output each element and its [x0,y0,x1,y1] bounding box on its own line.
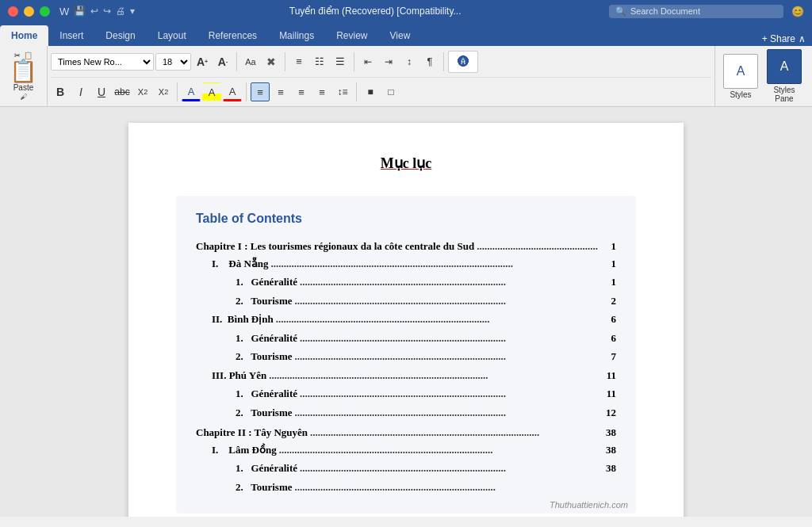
align-center-button[interactable]: ≡ [271,82,290,101]
tab-layout[interactable]: Layout [147,25,197,46]
justify-button[interactable]: ≡ [312,82,331,101]
search-bar[interactable]: 🔍 Search Document [609,5,783,18]
toc-entry-generalite2: 1. Généralité ..........................… [196,330,616,346]
toolbar-icons: W 💾 ↩ ↪ 🖨 ▾ [59,6,135,17]
text-color-button[interactable]: A [223,82,242,101]
toc-dots: ........................................… [310,425,598,441]
font-family-select[interactable]: Times New Ro... [51,53,154,71]
tab-view[interactable]: View [379,25,422,46]
separator7 [356,82,357,101]
toc-label: 2. Tourisme [236,349,293,365]
toc-entry-generalite1: 1. Généralité ..........................… [196,274,616,290]
collapse-icon[interactable]: ∧ [799,33,806,44]
align-left-button[interactable]: ≡ [251,82,270,101]
styles-panel: A Styles A Styles Pane [714,46,812,106]
tab-mailings[interactable]: Mailings [268,25,325,46]
ribbon-row2: B I U abc X2 X2 A A A ≡ ≡ ≡ ≡ ↕≡ ■ □ [51,78,711,105]
toc-label: 2. Tourisme [236,405,293,421]
watermark: Thuthuattienich.com [550,500,628,510]
search-placeholder[interactable]: Search Document [630,6,700,16]
toc-entry-binhdinh: II. Bình Định ..........................… [196,311,616,327]
tab-insert[interactable]: Insert [48,25,94,46]
toc-page: 1 [600,274,616,290]
decrease-indent-button[interactable]: ⇤ [358,52,377,71]
multilevel-button[interactable]: ☰ [331,52,350,71]
toc-page: 11 [600,368,616,384]
align-right-button[interactable]: ≡ [292,82,311,101]
word-icon: W [59,6,69,17]
tab-review[interactable]: Review [325,25,378,46]
numbering-button[interactable]: ☷ [310,52,329,71]
toc-label: Chapitre II : Tây Nguyên [196,425,308,441]
toc-page: 11 [600,386,616,402]
close-button[interactable] [8,6,18,17]
toc-entry-generalite4: 1. Généralité ..........................… [196,460,616,476]
font-color-button[interactable]: A [182,82,201,101]
document-page: Mục lục Table of Contents Chapitre I : L… [128,123,684,517]
styles-button[interactable]: A [723,54,758,89]
toc-label: 1. Généralité [236,386,297,402]
underline-button[interactable]: U [92,82,111,101]
shading-button[interactable]: ■ [361,82,380,101]
share-button[interactable]: + Share [762,33,795,44]
ribbon-tabs-row: Home Insert Design Layout References Mai… [0,22,812,46]
toc-dots: ........................................… [271,256,598,272]
toc-dots: ........................................… [300,274,598,290]
subscript-button[interactable]: X2 [133,82,152,101]
highlight-button[interactable]: A [202,82,221,101]
tab-home[interactable]: Home [0,25,48,46]
toc-dots: ........................................… [269,368,598,384]
styles-pane-button[interactable]: A [767,49,802,84]
more-icon: ▾ [130,6,135,17]
ribbon-row1: Times New Ro... 18 A+ A- Aa ✖ ≡ ☷ ☰ ⇤ ⇥ … [51,48,711,78]
superscript-button[interactable]: X2 [154,82,173,101]
user-icon[interactable]: 😊 [791,6,804,17]
minimize-button[interactable] [24,6,34,17]
search-icon: 🔍 [615,6,626,17]
separator3 [354,52,354,71]
styles-buttons: A Styles A Styles Pane [723,49,804,103]
text-effects-area: 🅐 [448,51,478,73]
line-spacing-button[interactable]: ↕≡ [333,82,352,101]
toc-dots: ........................................… [279,442,598,458]
toc-label: 1. Généralité [236,460,297,476]
font-size-select[interactable]: 18 [155,53,191,71]
paste-icon: 📋 [10,60,37,82]
toc-dots: ........................................… [295,293,598,309]
window-controls[interactable] [8,6,50,17]
document-title: Mục lục [176,155,636,172]
bullets-button[interactable]: ≡ [289,52,308,71]
title-bar: W 💾 ↩ ↪ 🖨 ▾ Tuyển điểm (Recovered) [Comp… [0,0,812,22]
share-area[interactable]: + Share ∧ [762,33,812,46]
clear-formatting-button[interactable]: ✖ [262,52,281,71]
strikethrough-button[interactable]: abc [113,82,132,101]
sort-button[interactable]: ↕ [400,52,419,71]
borders-button[interactable]: □ [381,82,400,101]
toc-dots: ........................................… [276,311,598,327]
maximize-button[interactable] [40,6,50,17]
font-shrink-button[interactable]: A- [213,52,232,71]
font-grow-button[interactable]: A+ [193,52,212,71]
styles-label: Styles [730,90,751,99]
toc-dots: ........................................… [295,405,598,421]
toc-label: I. Đà Nẵng [212,256,269,272]
tab-design[interactable]: Design [94,25,146,46]
print-icon: 🖨 [116,6,125,17]
toc-dots: ........................................… [300,460,598,476]
paste-label[interactable]: Paste [13,83,34,92]
show-formatting-button[interactable]: ¶ [420,52,439,71]
increase-indent-button[interactable]: ⇥ [379,52,398,71]
document-area: Mục lục Table of Contents Chapitre I : L… [0,107,812,517]
change-case-button[interactable]: Aa [241,52,260,71]
toc-page: 2 [600,293,616,309]
toc-page: 6 [600,330,616,346]
bold-button[interactable]: B [51,82,70,101]
separator5 [177,82,178,101]
toc-label: I. Lâm Đồng [212,442,277,458]
italic-button[interactable]: I [71,82,90,101]
toc-dots: ........................................… [295,349,598,365]
toc-entry-lamdong: I. Lâm Đồng ............................… [196,442,616,458]
text-effects-button[interactable]: 🅐 [448,51,478,73]
tab-references[interactable]: References [197,25,268,46]
toc-label: 1. Généralité [236,330,297,346]
